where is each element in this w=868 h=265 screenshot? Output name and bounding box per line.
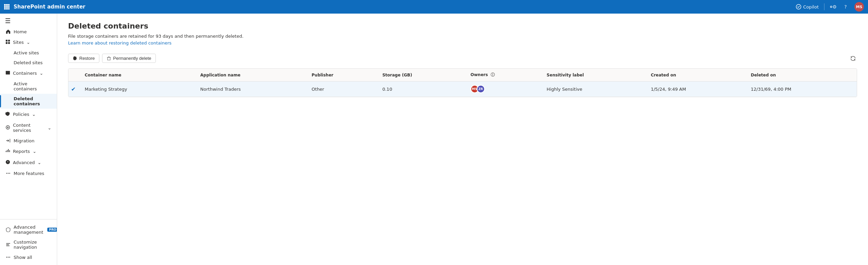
sidebar-group-reports[interactable]: Reports ⌄ — [0, 146, 57, 157]
home-icon — [5, 29, 11, 34]
hamburger-icon — [5, 18, 10, 23]
sidebar-bottom: Advanced management PRO Customize naviga… — [0, 219, 57, 265]
sidebar-item-home[interactable]: Home — [0, 26, 57, 37]
apps-icon[interactable] — [4, 4, 10, 10]
refresh-button[interactable] — [849, 54, 857, 63]
advanced-management-label: Advanced management — [14, 225, 43, 235]
cell-created-on: 1/5/24, 9:49 AM — [645, 82, 746, 97]
advanced-management-icon — [5, 227, 11, 232]
main-content: Deleted containers File storage containe… — [57, 14, 868, 265]
advanced-label: Advanced — [13, 160, 35, 165]
svg-rect-5 — [8, 6, 10, 8]
permanently-delete-button[interactable]: Permanently delete — [102, 54, 156, 63]
user-avatar[interactable]: MS — [854, 2, 864, 12]
sidebar-item-active-sites[interactable]: Active sites — [0, 48, 57, 58]
content-services-icon — [5, 125, 10, 131]
svg-point-20 — [9, 257, 10, 258]
sidebar-item-migration[interactable]: Migration — [0, 136, 57, 146]
header-checkbox-cell[interactable] — [68, 69, 79, 82]
owner-avatar-zr: ZR — [477, 85, 485, 93]
cell-owners: MS ZR — [465, 82, 541, 97]
col-storage: Storage (GB) — [377, 69, 465, 82]
customize-navigation-label: Customize navigation — [14, 240, 51, 250]
show-all-label: Show all — [14, 255, 32, 260]
containers-label: Containers — [13, 71, 37, 76]
svg-point-16 — [8, 173, 9, 174]
col-sensitivity-label: Sensitivity label — [541, 69, 645, 82]
sidebar-item-customize-nav[interactable]: Customize navigation — [0, 237, 57, 252]
sidebar-group-containers[interactable]: Containers ⌄ — [0, 68, 57, 79]
app-title: SharePoint admin center — [14, 4, 796, 10]
row-checkbox[interactable]: ✔ — [68, 82, 79, 97]
sidebar-item-advanced-management[interactable]: Advanced management PRO — [0, 222, 57, 237]
sidebar-group-content-services[interactable]: Content services ⌄ — [0, 120, 57, 136]
help-icon[interactable]: ? — [842, 3, 849, 10]
policies-icon — [5, 111, 10, 117]
owners-cell: MS ZR — [471, 85, 536, 93]
col-container-name: Container name — [79, 69, 195, 82]
customize-nav-icon — [5, 242, 11, 247]
col-owners: Owners ⓘ — [465, 69, 541, 82]
advanced-chevron: ⌄ — [37, 160, 41, 165]
sidebar-group-advanced[interactable]: Advanced ⌄ — [0, 157, 57, 168]
reports-chevron: ⌄ — [33, 149, 36, 154]
sidebar-group-sites[interactable]: Sites ⌄ — [0, 37, 57, 48]
table-container: Container name Application name Publishe… — [68, 68, 857, 97]
advanced-icon — [5, 160, 10, 165]
svg-point-17 — [9, 173, 10, 174]
settings-icon[interactable]: ⚙ — [830, 3, 837, 10]
owners-info-icon[interactable]: ⓘ — [491, 72, 495, 77]
info-text: File storage containers are retained for… — [68, 34, 857, 39]
check-icon: ✔ — [71, 86, 76, 92]
table-row[interactable]: ✔ Marketing Strategy Northwind Traders O… — [68, 82, 857, 97]
svg-point-19 — [8, 257, 9, 258]
svg-rect-12 — [6, 42, 7, 44]
toolbar: Restore Permanently delete — [68, 51, 857, 66]
restore-icon — [72, 56, 77, 61]
migration-icon — [5, 138, 11, 143]
cell-publisher: Other — [306, 82, 377, 97]
pro-badge: PRO — [47, 228, 57, 232]
copilot-button[interactable]: Copilot — [796, 4, 819, 10]
table-header-row: Container name Application name Publishe… — [68, 69, 857, 82]
migration-label: Migration — [14, 138, 34, 143]
learn-more-link[interactable]: Learn more about restoring deleted conta… — [68, 40, 171, 46]
active-sites-label: Active sites — [14, 50, 39, 55]
reports-label: Reports — [13, 149, 30, 154]
sidebar-home-label: Home — [14, 29, 27, 34]
top-header: SharePoint admin center Copilot ⚙ ? MS — [0, 0, 868, 14]
sidebar-item-more-features[interactable]: More features — [0, 168, 57, 178]
content-services-label: Content services — [13, 123, 45, 133]
containers-chevron: ⌄ — [39, 71, 43, 76]
cell-deleted-on: 12/31/69, 4:00 PM — [746, 82, 857, 97]
sidebar-item-deleted-containers[interactable]: Deleted containers — [0, 94, 57, 109]
cell-sensitivity-label: Highly Sensitive — [541, 82, 645, 97]
col-created-on: Created on — [645, 69, 746, 82]
sidebar-group-policies[interactable]: Policies ⌄ — [0, 109, 57, 120]
sidebar-item-deleted-sites[interactable]: Deleted sites — [0, 58, 57, 68]
restore-button[interactable]: Restore — [68, 54, 99, 63]
svg-rect-0 — [4, 4, 6, 6]
deleted-containers-label: Deleted containers — [14, 96, 51, 106]
svg-rect-11 — [8, 40, 10, 41]
sidebar-nav: Home Sites ⌄ Active sites Deleted sites — [0, 14, 57, 180]
sidebar-hamburger[interactable] — [0, 15, 57, 26]
content-services-chevron: ⌄ — [48, 125, 51, 130]
svg-rect-8 — [8, 8, 10, 10]
header-actions: Copilot ⚙ ? MS — [796, 2, 864, 12]
active-containers-label: Active containers — [14, 81, 51, 91]
more-features-icon — [5, 171, 11, 176]
svg-rect-4 — [6, 6, 8, 8]
sites-icon — [5, 39, 10, 45]
header-divider — [824, 3, 824, 10]
containers-table: Container name Application name Publishe… — [68, 69, 857, 97]
svg-rect-2 — [8, 4, 10, 6]
sidebar-sites-label: Sites — [13, 40, 24, 45]
sidebar-item-active-containers[interactable]: Active containers — [0, 79, 57, 94]
sites-chevron: ⌄ — [27, 40, 30, 45]
sidebar-item-show-all[interactable]: Show all — [0, 252, 57, 262]
svg-point-18 — [6, 257, 7, 258]
page-title: Deleted containers — [68, 22, 857, 30]
delete-icon — [107, 56, 111, 61]
svg-rect-13 — [8, 42, 10, 44]
